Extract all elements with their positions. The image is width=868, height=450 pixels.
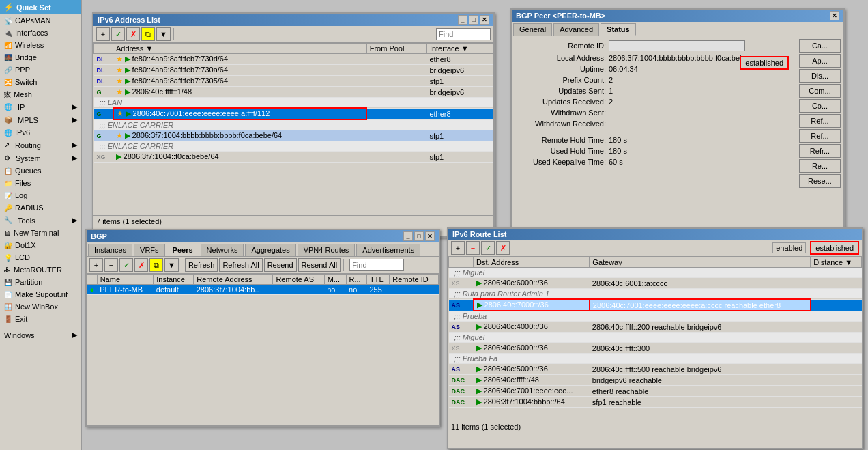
find-input[interactable] — [436, 28, 491, 40]
sidebar-item-metarouter[interactable]: 🖧 MetaROUTER — [0, 264, 81, 276]
maximize-button[interactable]: □ — [469, 15, 478, 25]
table-row[interactable]: ;;; ENLACE CARRIER — [94, 119, 493, 130]
tab-vrfs[interactable]: VRFs — [134, 244, 165, 256]
sidebar-item-log[interactable]: 📝 Log — [0, 189, 81, 201]
refresh3-button[interactable]: Refr... — [799, 144, 841, 158]
re-button[interactable]: Re... — [799, 159, 841, 173]
table-row[interactable]: AS ▶ 2806:40c:7000::/36 2806:40c:7001:ee… — [449, 299, 862, 311]
tab-vpn4routes[interactable]: VPN4 Routes — [298, 244, 356, 256]
disable-button[interactable]: Dis... — [799, 69, 841, 83]
sidebar-item-system[interactable]: ⚙ System ▶ — [0, 152, 81, 165]
bgp-copy-btn[interactable]: ⧉ — [149, 258, 163, 272]
sidebar-item-tools[interactable]: 🔧 Tools ▶ — [0, 214, 81, 227]
table-row[interactable]: ;;; Prueba — [449, 311, 862, 322]
table-row[interactable]: DL ★ ▶ fe80::4aa9:8aff:feb7:730d/64 ethe… — [94, 54, 493, 65]
route-add-btn[interactable]: + — [451, 241, 465, 255]
refresh-button[interactable]: Refresh — [185, 258, 218, 272]
cross-button[interactable]: ✗ — [126, 27, 140, 41]
tab-peers[interactable]: Peers — [167, 244, 199, 256]
table-row[interactable]: ● PEER-to-MB default 2806:3f7:1004:bb.. … — [87, 285, 439, 295]
bgp-remove-btn[interactable]: − — [104, 258, 118, 272]
route-scroll[interactable]: Dst. Address Gateway Distance ▼ ;;; Migu… — [448, 257, 862, 421]
tab-aggregates[interactable]: Aggregates — [245, 244, 295, 256]
sidebar-item-switch[interactable]: 🔀 Switch — [0, 76, 81, 88]
table-row[interactable]: DAC ▶ 2806:40c:7001:eeee:eee... ether8 r… — [449, 386, 862, 397]
bgp-scroll[interactable]: Name Instance Remote Address Remote AS M… — [87, 274, 439, 397]
resend-all-button[interactable]: Resend All — [298, 258, 341, 272]
check-button[interactable]: ✓ — [111, 27, 125, 41]
remote-id-input[interactable] — [609, 40, 745, 51]
refresh-all-button[interactable]: Refresh All — [219, 258, 262, 272]
sidebar-item-mesh[interactable]: 🕸 Mesh — [0, 88, 81, 100]
table-row[interactable]: DL ★ ▶ fe80::4aa9:8aff:feb7:7305/64 sfp1 — [94, 76, 493, 87]
bgp-find-input[interactable] — [349, 259, 404, 271]
table-row[interactable]: G ★ ▶ 2806:40c:7001:eeee:eeee:eeee:a:fff… — [94, 108, 493, 119]
sidebar-item-windows[interactable]: Windows ▶ — [0, 328, 81, 341]
sidebar-item-radius[interactable]: 🔑 RADIUS — [0, 201, 81, 214]
apply-button[interactable]: Ap... — [799, 54, 841, 68]
table-row[interactable]: DAC ▶ 2806:3f7:1004:bbbb::/64 sfp1 reach… — [449, 397, 862, 408]
sidebar-item-partition[interactable]: 💾 Partition — [0, 276, 81, 288]
sidebar-item-exit[interactable]: 🚪 Exit — [0, 313, 81, 325]
sidebar-item-queues[interactable]: 📋 Queues — [0, 165, 81, 177]
comment-button[interactable]: Com... — [799, 84, 841, 98]
sidebar-item-new-winbox[interactable]: 🪟 New WinBox — [0, 300, 81, 313]
ipv6-addr-scroll[interactable]: Address ▼ From Pool Interface ▼ DL ★ ▶ f… — [93, 43, 493, 215]
table-row[interactable]: AS ▶ 2806:40c:4000::/36 2806:40c:ffff::2… — [449, 322, 862, 333]
tab-advertisements[interactable]: Advertisements — [356, 244, 420, 256]
tab-networks[interactable]: Networks — [201, 244, 244, 256]
table-row[interactable]: ;;; Miguel — [449, 268, 862, 278]
resend-button[interactable]: Resend — [264, 258, 297, 272]
bgp-close[interactable]: ✕ — [425, 231, 435, 241]
table-row[interactable]: ;;; Ruta para Router Admin 1 — [449, 289, 862, 300]
sidebar-item-bridge[interactable]: 🌉 Bridge — [0, 51, 81, 64]
tab-advanced[interactable]: Advanced — [553, 23, 599, 36]
sidebar-item-routing[interactable]: ↗ Routing ▶ — [0, 139, 81, 152]
refresh2-button[interactable]: Ref... — [799, 129, 841, 143]
sidebar-item-lcd[interactable]: 💡 LCD — [0, 251, 81, 264]
table-row[interactable]: G ★ ▶ 2806:40c:ffff::1/48 bridgeipv6 — [94, 87, 493, 98]
bgp-filter-btn[interactable]: ▼ — [164, 258, 179, 272]
route-check-btn[interactable]: ✓ — [481, 241, 495, 255]
ipv6-address-list-titlebar[interactable]: IPv6 Address List _ □ ✕ — [93, 14, 493, 26]
sidebar-item-mpls[interactable]: 📦 MPLS ▶ — [0, 113, 81, 126]
sidebar-item-make-supout[interactable]: 📄 Make Supout.rif — [0, 288, 81, 300]
bgp-check-btn[interactable]: ✓ — [119, 258, 133, 272]
add-button[interactable]: + — [96, 27, 110, 41]
close-button[interactable]: ✕ — [480, 15, 489, 25]
bgp-cross-btn[interactable]: ✗ — [134, 258, 148, 272]
copy2-button[interactable]: Co... — [799, 99, 841, 113]
tab-instances[interactable]: Instances — [88, 244, 132, 256]
table-row[interactable]: ;;; ENLACE CARRIER — [94, 141, 493, 152]
bgp-add-btn[interactable]: + — [89, 258, 103, 272]
bgp-peer-titlebar[interactable]: BGP Peer <PEER-to-MB> ✕ — [512, 10, 843, 22]
sidebar-item-quickset[interactable]: ⚡ Quick Set — [0, 0, 81, 14]
tab-general[interactable]: General — [513, 23, 552, 36]
sidebar-item-ip[interactable]: 🌐 IP ▶ — [0, 100, 81, 113]
table-row[interactable]: XS ▶ 2806:40c:6000::/36 2806:40c:6001::a… — [449, 278, 862, 289]
sidebar-item-interfaces[interactable]: 🔌 Interfaces — [0, 27, 81, 39]
table-row[interactable]: XS ▶ 2806:40c:6000::/36 2806:40c:ffff::3… — [449, 343, 862, 354]
table-row[interactable]: DL ★ ▶ fe80::4aa9:8aff:feb7:730a/64 brid… — [94, 65, 493, 76]
copy-button[interactable]: ⧉ — [141, 27, 155, 41]
table-row[interactable]: AS ▶ 2806:40c:5000::/36 2806:40c:ffff::5… — [449, 364, 862, 375]
reset-button[interactable]: Rese... — [799, 174, 841, 188]
sidebar-item-new-terminal[interactable]: 🖥 New Terminal — [0, 227, 81, 239]
route-cross-btn[interactable]: ✗ — [496, 241, 510, 255]
bgp-close-button[interactable]: ✕ — [830, 11, 839, 20]
route-remove-btn[interactable]: − — [466, 241, 480, 255]
sidebar-item-ipv6[interactable]: 🌐 IPv6 — [0, 126, 81, 139]
bgp-titlebar[interactable]: BGP _ □ ✕ — [87, 230, 439, 242]
table-row[interactable]: DAC ▶ 2806:40c:ffff::/48 bridgeipv6 reac… — [449, 375, 862, 386]
refresh1-button[interactable]: Ref... — [799, 114, 841, 128]
table-row[interactable]: ;;; LAN — [94, 98, 493, 109]
tab-status[interactable]: Status — [601, 23, 636, 36]
bgp-minimize[interactable]: _ — [403, 231, 413, 241]
sidebar-item-ppp[interactable]: 🔗 PPP — [0, 64, 81, 76]
cancel-button[interactable]: Ca... — [799, 39, 841, 53]
table-row[interactable]: ;;; Miguel — [449, 333, 862, 343]
filter-button[interactable]: ▼ — [156, 27, 171, 41]
sidebar-item-wireless[interactable]: 📶 Wireless — [0, 39, 81, 51]
sidebar-item-files[interactable]: 📁 Files — [0, 177, 81, 189]
table-row[interactable]: ;;; Prueba Fa — [449, 354, 862, 364]
